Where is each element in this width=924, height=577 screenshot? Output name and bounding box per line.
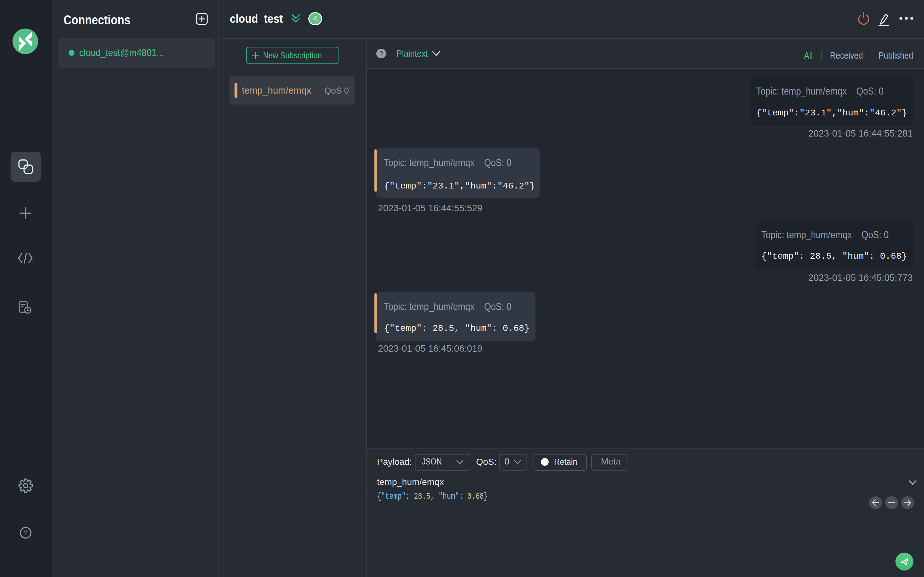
svg-text:?: ?	[24, 529, 27, 537]
